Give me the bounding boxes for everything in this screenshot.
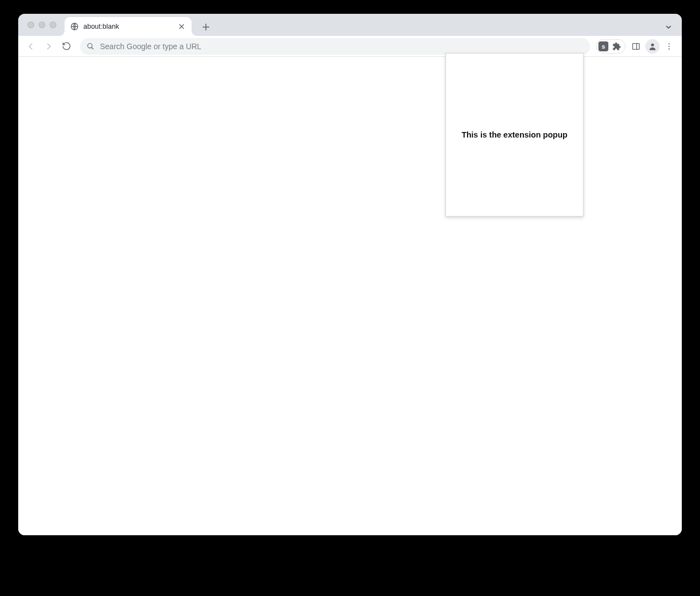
svg-rect-2 xyxy=(633,43,639,49)
extension-popup-text: This is the extension popup xyxy=(462,130,568,139)
svg-point-1 xyxy=(88,43,92,48)
search-icon xyxy=(87,43,94,50)
svg-point-4 xyxy=(669,43,670,44)
side-panel-button[interactable] xyxy=(628,38,644,55)
extensions-menu-button[interactable] xyxy=(611,40,623,52)
menu-button[interactable] xyxy=(661,38,677,55)
extension-badge-letter: s xyxy=(602,43,605,50)
globe-icon xyxy=(70,22,79,31)
extension-popup: This is the extension popup xyxy=(446,53,584,217)
tab-strip: about:blank xyxy=(18,14,682,36)
window-minimize-button[interactable] xyxy=(39,22,45,28)
tabs-dropdown-button[interactable] xyxy=(661,19,676,35)
back-button[interactable] xyxy=(23,38,39,55)
extension-button[interactable]: s xyxy=(598,41,608,51)
reload-button[interactable] xyxy=(58,38,75,55)
svg-point-6 xyxy=(669,48,670,49)
address-bar[interactable] xyxy=(80,38,590,55)
address-input[interactable] xyxy=(100,42,584,51)
browser-tab[interactable]: about:blank xyxy=(65,17,192,36)
extension-group: s xyxy=(596,39,625,54)
window-maximize-button[interactable] xyxy=(50,22,56,28)
profile-button[interactable] xyxy=(645,39,660,54)
tab-title: about:blank xyxy=(83,23,177,30)
svg-point-3 xyxy=(651,43,654,46)
new-tab-button[interactable] xyxy=(198,19,214,35)
window-close-button[interactable] xyxy=(28,22,34,28)
svg-point-5 xyxy=(669,45,670,46)
close-tab-button[interactable] xyxy=(177,22,186,31)
forward-button[interactable] xyxy=(40,38,57,55)
browser-window: about:blank xyxy=(18,14,682,535)
window-controls xyxy=(28,22,56,28)
